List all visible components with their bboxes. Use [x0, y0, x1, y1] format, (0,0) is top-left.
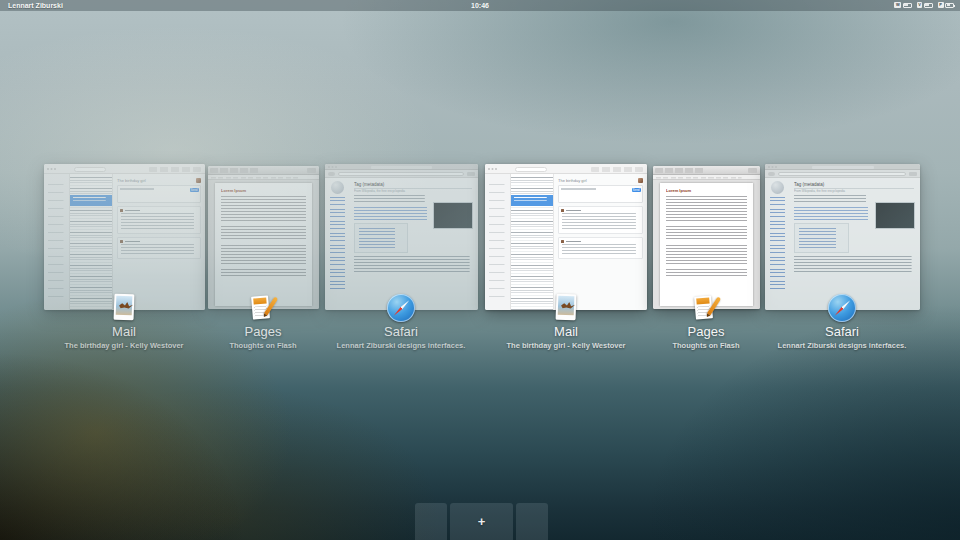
- mail-compose-card: Send: [558, 185, 643, 203]
- mail-toolbar: [44, 164, 205, 174]
- workspace-thumbnail-mail-1[interactable]: The birthday girl Send: [44, 164, 205, 310]
- mail-toolbar: [485, 164, 647, 174]
- mail-message-card: [117, 206, 201, 234]
- safari-app-icon[interactable]: [827, 293, 857, 323]
- article-infobox-image: [433, 202, 473, 229]
- mail-send-button: Send: [632, 188, 641, 192]
- mail-message-list: [70, 174, 113, 310]
- article-toc: [794, 223, 849, 253]
- mail-reading-pane: The birthday girl Send: [113, 174, 205, 310]
- clock: 10:46: [0, 2, 960, 9]
- workspace-thumbnail-mail-2[interactable]: The birthday girl Send: [485, 164, 647, 310]
- pages-toolbar: [208, 166, 319, 175]
- mail-app-icon[interactable]: [109, 293, 139, 323]
- avatar: [196, 178, 201, 183]
- mail-reading-pane: The birthday girl Send: [554, 174, 647, 310]
- article-subheading: From Wikipedia, the free encyclopedia: [354, 189, 472, 193]
- article-heading: Tag (metadata): [794, 182, 914, 189]
- wifi-indicator[interactable]: W: [894, 2, 911, 8]
- pages-document: Lorem Ipsum: [660, 183, 753, 306]
- workspace-label: Safari Lennart Ziburski designs interfac…: [732, 325, 952, 350]
- address-bar: [338, 172, 464, 176]
- mail-subject: The birthday girl: [558, 176, 587, 185]
- search-field: [74, 167, 106, 172]
- mail-selected-message: [70, 195, 112, 206]
- mail-app-icon[interactable]: [551, 293, 581, 323]
- window-buttons-icon: [328, 166, 330, 168]
- pages-canvas: Lorem Ipsum: [653, 180, 760, 309]
- workspace-handle-right[interactable]: [516, 503, 548, 540]
- wiki-sidebar-links: [770, 197, 785, 289]
- wiki-sidebar-links: [330, 197, 345, 289]
- safari-toolbar: [325, 170, 478, 178]
- eagle-icon: [561, 302, 575, 310]
- mail-toolbar-buttons: [591, 167, 643, 172]
- workspace-thumbnail-pages-2[interactable]: Lorem Ipsum: [653, 166, 760, 309]
- workspace-thumbnail-safari-1[interactable]: Tag (metadata) From Wikipedia, the free …: [325, 164, 478, 310]
- pages-toolbar-button: [748, 168, 757, 173]
- workspace-handle-left[interactable]: [415, 503, 447, 540]
- mail-message-card: [117, 237, 201, 259]
- pages-toolbar-buttons: [210, 168, 260, 173]
- article-infobox-image: [875, 202, 915, 229]
- mail-message-card: [558, 237, 643, 259]
- app-name: Safari: [732, 325, 952, 339]
- mail-message-card: [558, 206, 643, 234]
- window-title: Lennart Ziburski designs interfaces.: [732, 341, 952, 350]
- document-heading: Lorem Ipsum: [221, 188, 306, 193]
- back-forward-icon: [328, 172, 335, 176]
- volume-bar-icon: [924, 3, 933, 8]
- wikipedia-globe-icon: [331, 181, 344, 194]
- workspace-thumbnail-safari-2[interactable]: Tag (metadata) From Wikipedia, the free …: [765, 164, 920, 310]
- safari-tab: [812, 166, 874, 169]
- volume-indicator[interactable]: V: [917, 2, 933, 8]
- mail-sidebar: [44, 174, 70, 310]
- menu-bar: Lennart Ziburski 10:46 W V P: [0, 0, 960, 11]
- power-letter: P: [938, 2, 944, 8]
- safari-tab: [371, 166, 432, 169]
- mail-selected-message: [511, 195, 553, 206]
- mail-compose-card: Send: [117, 185, 201, 203]
- window-buttons-icon: [488, 168, 490, 170]
- safari-toolbar-buttons: [909, 172, 917, 176]
- battery-icon: [945, 3, 954, 8]
- back-forward-icon: [768, 172, 775, 176]
- desktop-overview: Lennart Ziburski 10:46 W V P: [0, 0, 960, 540]
- article-subheading: From Wikipedia, the free encyclopedia: [794, 189, 914, 193]
- mail-toolbar-buttons: [149, 167, 201, 172]
- plus-icon: +: [478, 515, 486, 528]
- mail-send-button: Send: [190, 188, 199, 192]
- wifi-letter: W: [894, 2, 901, 8]
- search-field: [515, 167, 547, 172]
- pages-document: Lorem Ipsum: [215, 183, 312, 306]
- safari-app-icon[interactable]: [386, 293, 416, 323]
- mail-message-list: [511, 174, 554, 310]
- safari-toolbar: [765, 170, 920, 178]
- wifi-toggle-icon: [903, 3, 912, 8]
- workspace-thumbnail-pages-1[interactable]: Lorem Ipsum: [208, 166, 319, 309]
- add-workspace-button[interactable]: +: [450, 503, 513, 540]
- address-bar: [778, 172, 906, 176]
- pages-toolbar-button: [307, 168, 316, 173]
- pages-app-icon[interactable]: [248, 293, 278, 323]
- power-indicator[interactable]: P: [938, 2, 954, 8]
- avatar: [638, 178, 643, 183]
- menu-status-icons: W V P: [894, 2, 954, 8]
- article-heading: Tag (metadata): [354, 182, 472, 189]
- pages-app-icon[interactable]: [691, 293, 721, 323]
- volume-letter: V: [917, 2, 923, 8]
- window-buttons-icon: [47, 168, 49, 170]
- webpage-content: Tag (metadata) From Wikipedia, the free …: [325, 178, 478, 310]
- mail-subject: The birthday girl: [117, 176, 146, 185]
- pages-toolbar-buttons: [655, 168, 705, 173]
- pages-canvas: Lorem Ipsum: [208, 180, 319, 309]
- wikipedia-globe-icon: [771, 181, 784, 194]
- article-toc: [354, 223, 408, 253]
- pages-toolbar: [653, 166, 760, 175]
- document-heading: Lorem Ipsum: [666, 188, 747, 193]
- safari-toolbar-buttons: [467, 172, 475, 176]
- webpage-content: Tag (metadata) From Wikipedia, the free …: [765, 178, 920, 310]
- mail-sidebar: [485, 174, 511, 310]
- eagle-icon: [119, 302, 133, 310]
- window-buttons-icon: [768, 166, 770, 168]
